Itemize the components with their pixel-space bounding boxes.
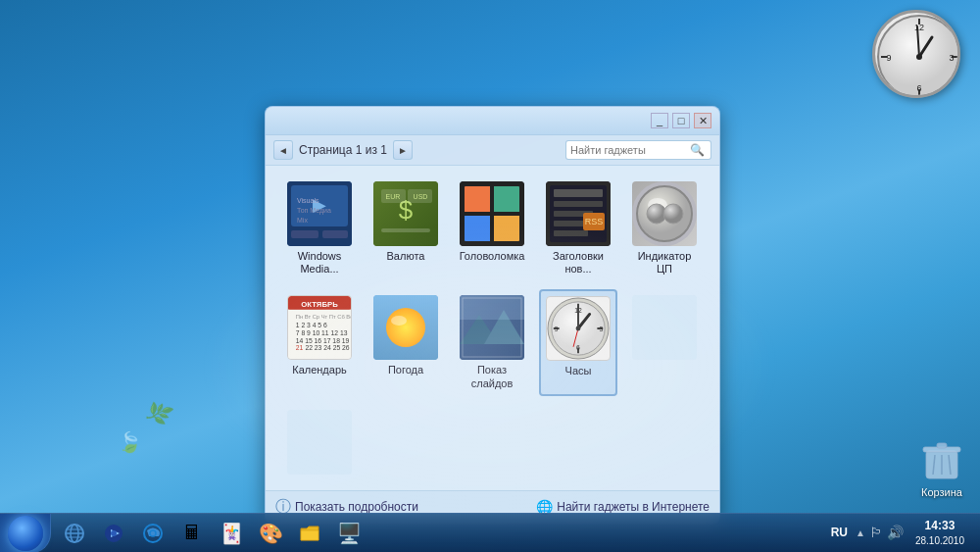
svg-rect-64 (460, 295, 524, 320)
gadget-item-clock[interactable]: 12 3 6 9 Часы (539, 289, 617, 395)
gadget-thumb-empty-2 (287, 410, 352, 475)
svg-point-47 (663, 204, 683, 224)
svg-text:6: 6 (576, 345, 580, 352)
gadget-label-indikator: Индикатор ЦП (631, 250, 698, 276)
taskbar-icon-explorer[interactable] (292, 516, 327, 551)
tray-time: 14:33 (915, 518, 964, 534)
gadget-label-golovolomka: Головоломка (460, 250, 525, 263)
gadget-empty-1 (625, 289, 704, 395)
svg-text:14 15 16 17 18 19 20: 14 15 16 17 18 19 20 (296, 337, 351, 344)
leaf-decoration-2: 🌿 (143, 396, 176, 428)
svg-text:7  8  9 10 11 12 13: 7 8 9 10 11 12 13 (296, 329, 348, 336)
gadget-thumb-empty-1 (632, 295, 697, 360)
svg-rect-30 (465, 215, 491, 241)
taskbar-icon-cards[interactable]: 🃏 (214, 516, 249, 551)
svg-rect-28 (465, 186, 491, 213)
svg-rect-40 (554, 230, 588, 236)
next-page-button[interactable]: ► (393, 140, 413, 160)
start-orb (8, 516, 43, 551)
gadget-label-clock: Часы (565, 365, 592, 377)
gadget-window: _ □ ✕ ◄ Страница 1 из 1 ► 🔍 ▶ Visual (265, 106, 720, 525)
start-button[interactable] (0, 514, 51, 553)
svg-point-79 (576, 326, 581, 331)
gadget-item-golovolomka[interactable]: Головоломка (453, 176, 531, 281)
gadget-item-calendar[interactable]: ОКТЯБРЬ Пн Вт Ср Чт Пт Сб Вс 1 2 3 4 5 6… (280, 289, 359, 395)
prev-page-button[interactable]: ◄ (273, 140, 293, 160)
gadget-thumb-calendar: ОКТЯБРЬ Пн Вт Ср Чт Пт Сб Вс 1 2 3 4 5 6… (287, 295, 352, 360)
gadget-label-calendar: Календарь (292, 364, 347, 376)
recycle-bin-icon (918, 437, 965, 484)
system-tray: RU ▲ 🏳 🔊 14:33 28.10.2010 (827, 516, 980, 550)
svg-text:Топ Медиа: Топ Медиа (297, 207, 331, 215)
svg-text:Visuals: Visuals (297, 197, 319, 204)
taskbar-icon-ie2[interactable] (135, 516, 171, 551)
gadget-item-zagolovki[interactable]: RSS Заголовки нов... (539, 176, 617, 281)
tray-arrow-up[interactable]: ▲ (856, 527, 865, 538)
svg-text:22 23 24 25 26 27: 22 23 24 25 26 27 (305, 345, 351, 352)
gadget-thumb-zagolovki: RSS (546, 181, 611, 246)
taskbar-icon-display[interactable]: 🖥️ (331, 516, 367, 551)
taskbar-icon-paint[interactable]: 🎨 (253, 516, 288, 551)
tray-sound-icon[interactable]: 🔊 (887, 525, 904, 540)
close-button[interactable]: ✕ (694, 113, 711, 128)
leaf-decoration: 🍃 (118, 430, 142, 454)
svg-rect-36 (554, 189, 603, 197)
window-titlebar: _ □ ✕ (266, 107, 719, 135)
svg-rect-15 (322, 230, 348, 238)
minimize-button[interactable]: _ (651, 113, 668, 128)
gadget-label-windows-media: Windows Media... (286, 250, 353, 276)
svg-rect-29 (493, 186, 519, 213)
gadget-thumb-indikator (632, 181, 697, 246)
svg-point-59 (386, 308, 425, 347)
gadget-label-zagolovki: Заголовки нов... (545, 250, 612, 276)
navigation-bar: ◄ Страница 1 из 1 ► 🔍 (266, 135, 719, 166)
window-controls: _ □ ✕ (651, 113, 711, 128)
svg-text:9: 9 (555, 326, 559, 332)
search-box[interactable]: 🔍 (565, 140, 711, 160)
desktop-clock-widget: 12 3 6 9 (872, 10, 960, 98)
svg-point-11 (916, 54, 922, 60)
gadget-thumb-valuta: $ EUR USD (373, 181, 438, 246)
search-input[interactable] (570, 144, 688, 156)
svg-rect-37 (554, 201, 603, 207)
svg-text:12: 12 (914, 23, 924, 32)
svg-point-93 (111, 530, 117, 536)
tray-language[interactable]: RU (827, 524, 852, 541)
gadget-thumb-weather (373, 295, 438, 360)
gadget-empty-2 (280, 404, 359, 480)
gadget-item-indikator[interactable]: Индикатор ЦП (625, 176, 704, 281)
tray-date: 28.10.2010 (915, 534, 964, 548)
taskbar-icon-mediaplayer[interactable] (96, 516, 131, 551)
tray-flag-icon: 🏳 (869, 525, 883, 540)
recycle-bin-label: Корзина (921, 486, 962, 498)
svg-rect-31 (493, 215, 519, 241)
svg-text:3: 3 (949, 53, 954, 63)
svg-point-60 (391, 316, 407, 326)
gadget-item-weather[interactable]: Погода (367, 289, 445, 395)
svg-text:9: 9 (886, 53, 891, 63)
svg-text:3: 3 (599, 326, 603, 332)
taskbar-icon-calculator[interactable]: 🖩 (174, 516, 210, 551)
recycle-bin[interactable]: Корзина (918, 437, 965, 498)
svg-text:6: 6 (916, 83, 921, 93)
taskbar: 🖩 🃏 🎨 🖥️ RU ▲ 🏳 🔊 14:33 28.10.2010 (0, 513, 980, 552)
gadget-thumb-windows-media: ▶ Visuals Топ Медиа Mix (287, 181, 352, 246)
svg-text:1  2  3  4  5  6: 1 2 3 4 5 6 (296, 322, 327, 328)
gadget-item-windows-media[interactable]: ▶ Visuals Топ Медиа Mix Windows Media... (280, 176, 359, 281)
gadget-thumb-golovolomka (460, 181, 524, 246)
maximize-button[interactable]: □ (672, 113, 690, 128)
svg-rect-14 (291, 230, 318, 238)
svg-rect-85 (937, 443, 947, 448)
taskbar-icons: 🖩 🃏 🎨 🖥️ (51, 516, 827, 551)
taskbar-icon-ie[interactable] (57, 516, 92, 551)
tray-clock[interactable]: 14:33 28.10.2010 (907, 516, 972, 550)
svg-text:21: 21 (296, 345, 304, 352)
gadget-item-valuta[interactable]: $ EUR USD Валюта (367, 176, 445, 281)
gadget-label-valuta: Валюта (387, 250, 425, 263)
page-indicator: Страница 1 из 1 (299, 143, 387, 157)
search-icon[interactable]: 🔍 (688, 143, 707, 157)
gadget-grid: ▶ Visuals Топ Медиа Mix Windows Media... (266, 166, 719, 490)
gadget-item-slideshow[interactable]: Показ слайдов (453, 289, 531, 395)
gadget-label-slideshow: Показ слайдов (459, 364, 525, 389)
svg-text:USD: USD (414, 193, 428, 200)
